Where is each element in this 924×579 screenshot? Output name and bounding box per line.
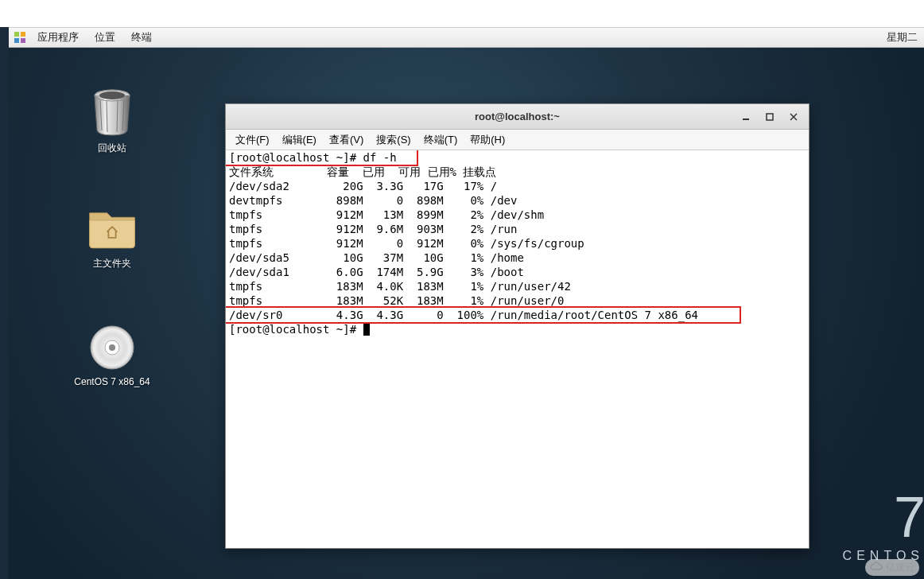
trash-icon [87, 87, 138, 138]
close-button[interactable] [782, 107, 806, 127]
menu-edit[interactable]: 编辑(E) [276, 133, 323, 147]
desktop-cd-label: CentOS 7 x86_64 [64, 376, 160, 387]
desktop-trash-icon[interactable]: 回收站 [64, 87, 160, 155]
svg-rect-1 [21, 32, 25, 37]
terminal-menubar: 文件(F) 编辑(E) 查看(V) 搜索(S) 终端(T) 帮助(H) [226, 130, 809, 150]
desktop-trash-label: 回收站 [64, 142, 160, 155]
disc-icon [87, 322, 138, 373]
terminal-line: tmpfs 183M 52K 183M 1% /run/user/0 [229, 293, 806, 308]
top-panel: 应用程序 位置 终端 星期二 [9, 27, 924, 48]
centos-brand: 7 CENTOS [843, 488, 924, 563]
terminal-line: tmpfs 183M 4.0K 183M 1% /run/user/42 [229, 279, 806, 293]
svg-point-13 [109, 344, 115, 351]
minimize-button[interactable] [734, 107, 758, 127]
terminal-line: tmpfs 912M 0 912M 0% /sys/fs/cgroup [229, 236, 806, 251]
terminal-line: /dev/sda2 20G 3.3G 17G 17% / [229, 179, 806, 193]
svg-point-6 [99, 91, 125, 99]
desktop-home-icon[interactable]: 主文件夹 [64, 203, 160, 270]
desktop-cd-icon[interactable]: CentOS 7 x86_64 [64, 322, 160, 387]
menu-file[interactable]: 文件(F) [229, 133, 276, 147]
desktop[interactable]: 回收站 主文件夹 CentOS 7 x86_6 [9, 48, 924, 579]
terminal-line: 文件系统 容量 已用 可用 已用% 挂载点 [229, 165, 806, 179]
white-header-strip [0, 0, 924, 27]
window-controls [734, 104, 806, 129]
terminal-body[interactable]: [root@localhost ~]# df -h文件系统 容量 已用 可用 已… [226, 150, 809, 548]
terminal-window: root@localhost:~ 文件(F) 编辑(E) 查看(V) 搜索(S)… [225, 103, 809, 549]
terminal-line: /dev/sda1 6.0G 174M 5.9G 3% /boot [229, 265, 806, 279]
terminal-line: [root@localhost ~]# df -h [229, 150, 806, 165]
cloud-icon [870, 562, 883, 573]
terminal-line: devtmpfs 898M 0 898M 0% /dev [229, 193, 806, 208]
watermark-text: 亿速云 [886, 561, 914, 574]
menu-help[interactable]: 帮助(H) [464, 133, 511, 147]
panel-logo-icon [14, 31, 26, 44]
folder-icon [87, 203, 138, 254]
terminal-line: tmpfs 912M 9.6M 903M 2% /run [229, 222, 806, 236]
maximize-button[interactable] [758, 107, 782, 127]
svg-rect-3 [21, 38, 25, 43]
panel-places[interactable]: 位置 [87, 28, 123, 47]
panel-clock: 星期二 [887, 30, 924, 45]
panel-terminal[interactable]: 终端 [123, 28, 160, 47]
watermark: 亿速云 [865, 559, 919, 576]
terminal-line: tmpfs 912M 13M 899M 2% /dev/shm [229, 208, 806, 222]
svg-rect-2 [14, 38, 19, 43]
menu-search[interactable]: 搜索(S) [370, 133, 417, 147]
panel-applications[interactable]: 应用程序 [29, 28, 87, 47]
terminal-cursor [363, 323, 370, 336]
brand-number: 7 [843, 488, 924, 546]
menu-view[interactable]: 查看(V) [323, 133, 370, 147]
svg-rect-15 [767, 114, 773, 120]
window-titlebar[interactable]: root@localhost:~ [226, 104, 809, 130]
desktop-home-label: 主文件夹 [64, 257, 160, 270]
menu-terminal[interactable]: 终端(T) [417, 133, 464, 147]
terminal-line: /dev/sda5 10G 37M 10G 1% /home [229, 251, 806, 265]
window-title: root@localhost:~ [475, 111, 560, 122]
terminal-line: /dev/sr0 4.3G 4.3G 0 100% /run/media/roo… [229, 308, 806, 322]
svg-rect-0 [14, 32, 19, 37]
terminal-line: [root@localhost ~]# [229, 323, 363, 336]
